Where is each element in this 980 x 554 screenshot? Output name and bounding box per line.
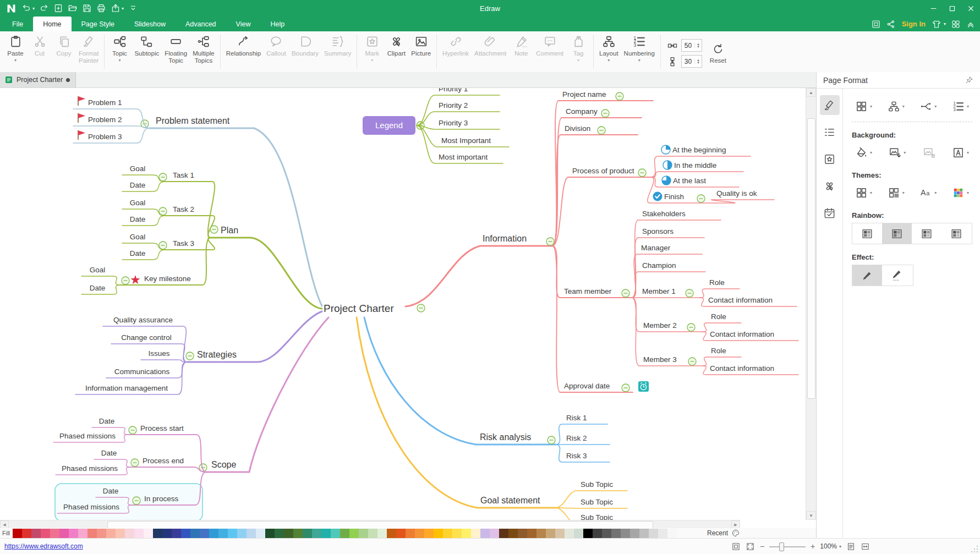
mindmap-label[interactable]: Approval date <box>564 382 610 390</box>
panel-tab-outline[interactable] <box>820 122 840 142</box>
watermark-button[interactable]: ▾ <box>952 146 969 159</box>
mindmap-label[interactable]: In the middle <box>674 161 716 169</box>
ribbon-clipart-button[interactable]: Clipart <box>384 34 408 58</box>
mindmap-label[interactable]: Sub Topic <box>581 480 613 489</box>
mindmap-label[interactable]: Quality is ok <box>716 189 757 198</box>
collapse-icon[interactable] <box>697 195 705 202</box>
color-swatch[interactable] <box>162 529 172 538</box>
mindmap-label[interactable]: Risk 2 <box>566 434 587 442</box>
apps-grid-icon[interactable] <box>951 19 961 29</box>
scroll-down-button[interactable]: ▼ <box>806 511 816 520</box>
color-swatch[interactable] <box>275 529 284 538</box>
vertical-spacing-input[interactable]: 30▲▼ <box>681 55 702 68</box>
mindmap-label[interactable]: Member 3 <box>643 355 677 364</box>
mindmap-label[interactable]: Date <box>103 487 119 495</box>
collapse-up-icon[interactable] <box>966 19 976 29</box>
mindmap-label[interactable]: Priority 2 <box>439 101 468 109</box>
color-swatch[interactable] <box>265 529 275 538</box>
mindmap-label[interactable]: Problem statement <box>156 116 230 125</box>
mindmap-label[interactable]: Date <box>130 181 146 189</box>
mindmap-label[interactable]: Contact information <box>708 296 773 304</box>
ribbon-tag-button[interactable]: Tag▾ <box>566 34 590 64</box>
ribbon-multiple-topics-button[interactable]: MultipleTopics <box>190 34 217 65</box>
color-swatch[interactable] <box>396 529 406 538</box>
mindmap-label[interactable]: Sub Topic <box>581 513 613 520</box>
color-swatch[interactable] <box>574 529 583 538</box>
collapse-icon[interactable] <box>546 238 554 245</box>
color-swatch[interactable] <box>565 529 574 538</box>
rainbow-option-1[interactable] <box>852 223 882 244</box>
mindmap-label[interactable]: Team member <box>564 287 612 295</box>
customize-quick-access-button[interactable] <box>128 2 138 15</box>
color-swatch[interactable] <box>462 529 471 538</box>
color-swatch[interactable] <box>284 529 293 538</box>
collapse-icon[interactable] <box>688 358 696 365</box>
color-swatch[interactable] <box>125 529 134 538</box>
color-swatch[interactable] <box>471 529 480 538</box>
color-swatch[interactable] <box>518 529 527 538</box>
panel-tab-clipart[interactable] <box>820 176 840 196</box>
color-swatch[interactable] <box>359 529 368 538</box>
mindmap-label[interactable]: Task 1 <box>173 171 194 179</box>
color-swatch[interactable] <box>200 529 209 538</box>
mindmap-label[interactable]: Quality assurance <box>113 316 173 324</box>
menu-page-style[interactable]: Page Style <box>72 17 124 31</box>
spin-down-icon[interactable]: ▼ <box>697 62 700 64</box>
mindmap-label[interactable]: Most Important <box>441 136 491 145</box>
color-swatch[interactable] <box>536 529 546 538</box>
panel-tab-page-format[interactable] <box>820 95 840 115</box>
theme-font-button[interactable]: Aa▾ <box>919 187 937 199</box>
collapse-icon[interactable] <box>186 352 194 360</box>
mindmap-node-legend[interactable]: Legend <box>363 116 415 135</box>
color-swatch[interactable] <box>153 529 162 538</box>
color-swatch[interactable] <box>649 529 658 538</box>
color-swatch[interactable] <box>593 529 602 538</box>
mindmap-label[interactable]: Change control <box>121 333 172 342</box>
color-swatch[interactable] <box>13 529 22 538</box>
collapse-icon[interactable] <box>616 92 623 100</box>
color-swatch[interactable] <box>190 529 200 538</box>
mindmap-label[interactable]: Strategies <box>197 350 237 359</box>
collapse-icon[interactable] <box>129 426 136 434</box>
color-swatch[interactable] <box>630 529 639 538</box>
mindmap-label[interactable]: Legend <box>375 120 403 130</box>
minimize-button[interactable] <box>924 0 943 17</box>
mindmap-label[interactable]: Priority 3 <box>439 119 468 127</box>
mindmap-label[interactable]: Division <box>565 124 590 133</box>
close-button[interactable] <box>961 0 980 17</box>
color-swatch[interactable] <box>490 529 499 538</box>
color-swatch[interactable] <box>134 529 144 538</box>
website-link[interactable]: https://www.edrawsoft.com <box>4 542 83 550</box>
mindmap-label[interactable]: Project name <box>562 90 606 98</box>
caret-down-icon[interactable]: ▾ <box>577 58 579 63</box>
color-swatch[interactable] <box>415 529 424 538</box>
mindmap-label[interactable]: Goal <box>130 199 146 207</box>
mindmap-label[interactable]: Role <box>709 278 725 287</box>
spin-down-icon[interactable]: ▼ <box>697 46 700 48</box>
color-swatch[interactable] <box>387 529 396 538</box>
color-swatch[interactable] <box>639 529 649 538</box>
color-swatch[interactable] <box>434 529 443 538</box>
collapse-icon[interactable] <box>598 127 605 134</box>
color-swatch[interactable] <box>424 529 434 538</box>
collapse-icon[interactable] <box>622 384 629 392</box>
color-swatch[interactable] <box>78 529 87 538</box>
ribbon-topic-button[interactable]: Topic▾ <box>107 34 132 64</box>
mindmap-label[interactable]: Champion <box>642 261 676 270</box>
caret-down-icon[interactable]: ▾ <box>118 58 121 63</box>
mindmap-label[interactable]: Risk 3 <box>566 452 587 460</box>
theme-button[interactable]: ▾ <box>855 187 872 199</box>
ribbon-boundary-button[interactable]: Boundary <box>289 34 321 58</box>
mindmap-label[interactable]: Project Charter <box>324 303 394 314</box>
color-swatch[interactable] <box>69 529 78 538</box>
background-fill-button[interactable]: ▾ <box>855 146 872 159</box>
caret-down-icon[interactable]: ▾ <box>122 6 124 11</box>
save-button[interactable] <box>82 2 92 15</box>
collapse-icon[interactable] <box>131 459 139 467</box>
mindmap-label[interactable]: At the last <box>673 177 706 185</box>
menu-file[interactable]: File <box>2 17 33 31</box>
color-swatch[interactable] <box>480 529 490 538</box>
color-swatch[interactable] <box>555 529 565 538</box>
color-swatch[interactable] <box>209 529 218 538</box>
color-swatch[interactable] <box>31 529 41 538</box>
